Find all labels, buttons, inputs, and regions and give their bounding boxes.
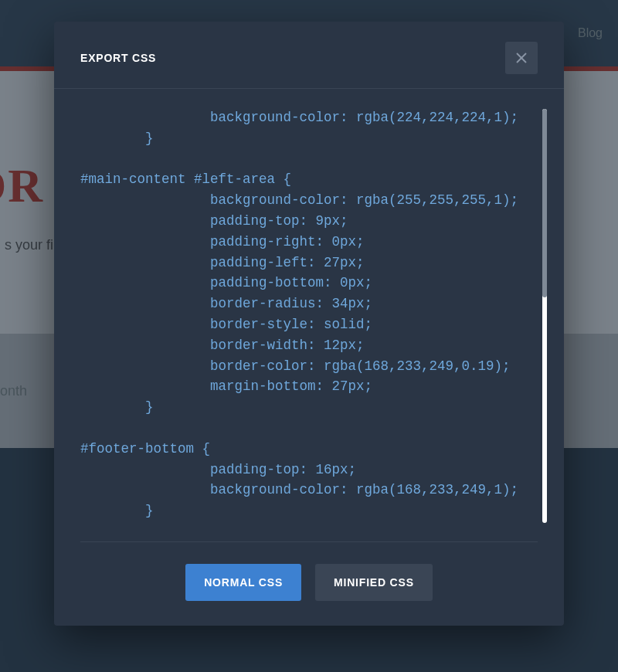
modal-header: EXPORT CSS bbox=[54, 22, 564, 89]
code-scroll-area[interactable]: background-color: rgba(224,224,224,1); }… bbox=[80, 107, 547, 524]
minified-css-button[interactable]: MINIFIED CSS bbox=[315, 564, 433, 601]
normal-css-button[interactable]: NORMAL CSS bbox=[185, 564, 301, 601]
close-button[interactable] bbox=[505, 42, 538, 74]
code-viewport: background-color: rgba(224,224,224,1); }… bbox=[80, 107, 547, 524]
modal-overlay: EXPORT CSS background-color: rgba(224,22… bbox=[0, 0, 618, 672]
modal-footer: NORMAL CSS MINIFIED CSS bbox=[80, 541, 538, 626]
exported-css-code: background-color: rgba(224,224,224,1); }… bbox=[80, 107, 533, 521]
close-icon bbox=[516, 53, 527, 63]
scrollbar-track[interactable] bbox=[542, 109, 547, 523]
export-css-modal: EXPORT CSS background-color: rgba(224,22… bbox=[54, 22, 564, 626]
modal-title: EXPORT CSS bbox=[80, 52, 156, 64]
scrollbar-thumb[interactable] bbox=[542, 109, 547, 297]
